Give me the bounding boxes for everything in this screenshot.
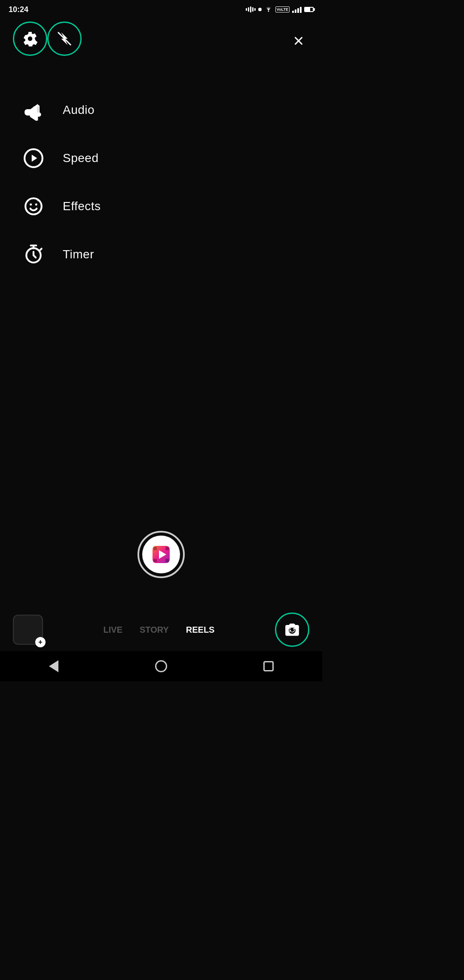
svg-point-12	[35, 203, 37, 205]
speed-icon	[21, 146, 46, 170]
reels-logo	[150, 543, 172, 566]
flip-camera-button[interactable]	[275, 612, 309, 647]
flash-off-button[interactable]	[47, 21, 82, 56]
speed-menu-item[interactable]: Speed	[21, 134, 322, 182]
top-controls	[0, 17, 322, 60]
svg-rect-17	[165, 547, 169, 550]
back-button[interactable]	[45, 658, 62, 675]
wifi-icon	[264, 6, 273, 14]
svg-rect-19	[165, 559, 169, 562]
home-button[interactable]	[153, 658, 170, 675]
tab-live[interactable]: LIVE	[104, 625, 122, 635]
audio-icon	[21, 98, 46, 122]
record-button-inner	[142, 536, 180, 573]
menu-section: Audio Speed Effects	[0, 60, 322, 279]
bottom-nav: + LIVE STORY REELS	[0, 612, 322, 647]
status-bar: 10:24 VoLTE	[0, 0, 322, 17]
recent-apps-button[interactable]	[260, 658, 277, 675]
flash-off-icon	[57, 31, 72, 46]
effects-icon	[21, 194, 46, 218]
status-time: 10:24	[9, 5, 28, 14]
recent-icon	[263, 661, 274, 671]
svg-point-11	[30, 203, 32, 205]
sound-icon	[246, 6, 256, 12]
flip-camera-icon	[284, 622, 300, 638]
nav-tabs: LIVE STORY REELS	[104, 625, 215, 635]
close-icon	[292, 34, 305, 47]
svg-rect-18	[153, 559, 157, 562]
speed-label: Speed	[63, 151, 98, 165]
svg-line-6	[34, 106, 39, 107]
timer-icon	[21, 242, 46, 266]
gear-icon	[22, 31, 38, 46]
home-icon	[155, 660, 167, 672]
close-button[interactable]	[288, 30, 309, 52]
record-button[interactable]	[137, 531, 185, 578]
gallery-add-icon: +	[35, 637, 46, 647]
svg-point-10	[25, 198, 42, 214]
timer-menu-item[interactable]: Timer	[21, 230, 322, 279]
signal-icon	[292, 6, 302, 13]
tab-story[interactable]: STORY	[140, 625, 169, 635]
timer-label: Timer	[63, 248, 94, 261]
effects-label: Effects	[63, 199, 101, 213]
gallery-thumbnail[interactable]: +	[13, 615, 43, 645]
tab-reels[interactable]: REELS	[186, 625, 215, 635]
svg-point-0	[268, 11, 269, 12]
effects-menu-item[interactable]: Effects	[21, 182, 322, 230]
status-icons: VoLTE	[246, 6, 314, 14]
back-icon	[49, 660, 58, 672]
settings-button[interactable]	[13, 21, 47, 56]
svg-rect-16	[153, 547, 157, 550]
volte-badge: VoLTE	[275, 6, 290, 12]
audio-menu-item[interactable]: Audio	[21, 86, 322, 134]
battery-icon	[304, 7, 314, 12]
notification-dot	[258, 8, 262, 11]
svg-point-9	[32, 157, 35, 159]
record-area	[137, 531, 185, 578]
audio-label: Audio	[63, 103, 95, 117]
system-nav-bar	[0, 651, 322, 681]
svg-line-1	[58, 32, 71, 45]
